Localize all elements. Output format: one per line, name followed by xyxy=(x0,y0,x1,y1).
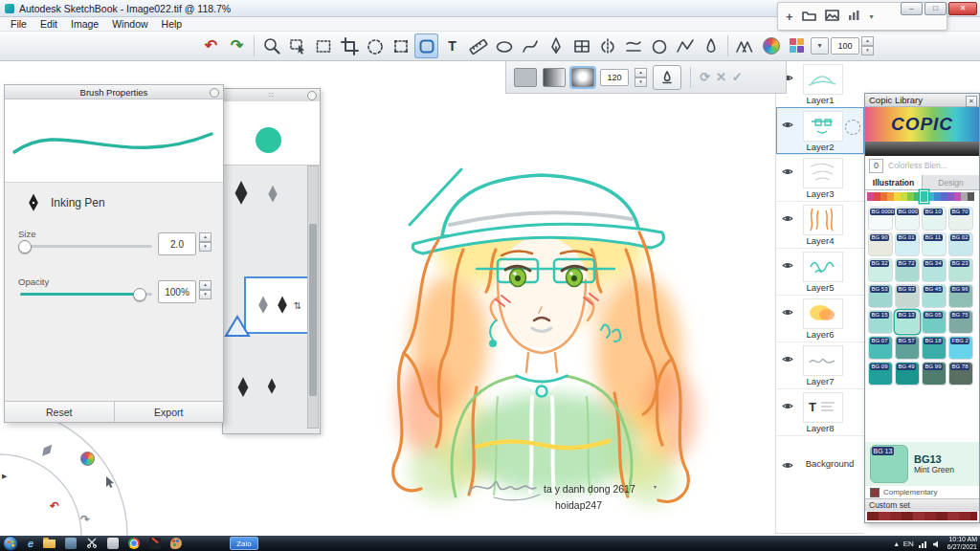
color-family-cell[interactable] xyxy=(954,192,961,201)
brush-properties-header[interactable]: Brush Properties xyxy=(5,85,223,99)
layer-stats-icon[interactable] xyxy=(848,8,861,25)
taskbar-app-icon[interactable] xyxy=(65,538,77,549)
taskbar-explorer-icon[interactable] xyxy=(43,540,56,548)
visibility-eye-icon[interactable] xyxy=(782,209,793,227)
color-family-cell[interactable] xyxy=(934,192,941,201)
image-layer-icon[interactable] xyxy=(825,8,839,25)
color-family-cell[interactable] xyxy=(921,191,927,202)
marquee-tool-icon[interactable] xyxy=(311,33,335,58)
color-family-cell[interactable] xyxy=(961,192,968,201)
color-family-cell[interactable] xyxy=(941,192,947,201)
maximize-button[interactable]: □ xyxy=(924,2,947,15)
copic-swatch-bg07[interactable]: BG 07 xyxy=(868,336,893,360)
copic-swatch-bg02[interactable]: BG 02 xyxy=(948,232,973,256)
taskbar-snipping-icon[interactable] xyxy=(86,535,98,551)
corner-marking-menu[interactable]: ↶ ↷ ▶ xyxy=(0,417,163,536)
size-value[interactable]: 2.0 xyxy=(158,232,196,255)
ellipse-guide-icon[interactable] xyxy=(492,33,516,58)
copic-swatch-bg32[interactable]: BG 32 xyxy=(868,258,893,282)
steady-stroke-icon[interactable] xyxy=(621,33,645,58)
polyline-icon[interactable] xyxy=(673,33,697,58)
palette-scrollbar[interactable] xyxy=(307,165,319,429)
layer-row-7[interactable]: Layer7 xyxy=(776,342,864,389)
corner-brush-icon[interactable] xyxy=(40,442,54,463)
corner-cursor-icon[interactable] xyxy=(105,474,116,492)
toolbar-dropdown[interactable]: ▾ xyxy=(811,37,829,55)
copic-swatch-bg000[interactable]: BG 000 xyxy=(895,207,920,231)
selected-color-swatch[interactable]: BG 13 xyxy=(870,445,908,483)
layer-row-5[interactable]: Layer5 xyxy=(776,248,864,296)
menu-file[interactable]: File xyxy=(4,18,33,30)
color-family-cell[interactable] xyxy=(927,192,934,201)
transform-tool-icon[interactable] xyxy=(389,33,412,58)
copic-swatch-bg18[interactable]: BG 18 xyxy=(922,336,947,360)
brush-preset[interactable] xyxy=(231,180,252,210)
flood-fill-button[interactable]: ▾ xyxy=(653,65,681,90)
copic-swatch-bg75[interactable]: BG 75 xyxy=(948,310,973,334)
palette-menu-icon[interactable] xyxy=(307,91,317,100)
copic-title-bar[interactable]: Copic Library ✕ xyxy=(865,94,979,107)
selection-tool-icon[interactable] xyxy=(285,33,309,58)
copic-swatch-bg72[interactable]: BG 72 xyxy=(895,258,920,282)
corner-color-wheel-icon[interactable] xyxy=(80,452,95,466)
brush-preset[interactable] xyxy=(265,185,280,208)
layer-row-2[interactable]: Layer2 xyxy=(776,107,864,155)
copic-swatch-bg13[interactable]: BG 13 xyxy=(895,310,920,334)
add-layer-icon[interactable]: + xyxy=(786,10,793,24)
color-family-cell[interactable] xyxy=(887,192,894,201)
taskbar-ie-icon[interactable]: e xyxy=(28,538,33,549)
folder-icon[interactable] xyxy=(802,8,816,25)
color-family-cell[interactable] xyxy=(901,192,907,201)
corner-tab-icon[interactable]: ▶ xyxy=(2,473,7,480)
menu-help[interactable]: Help xyxy=(155,18,189,30)
linear-gradient-button[interactable] xyxy=(543,68,566,87)
text-tool-icon[interactable]: T xyxy=(440,33,464,58)
reset-button[interactable]: Reset xyxy=(5,402,114,422)
copic-swatch-bg57[interactable]: BG 57 xyxy=(895,336,920,360)
spin-up-icon[interactable]: ▲ xyxy=(199,232,212,242)
layer-row-1[interactable]: Layer1 xyxy=(776,60,864,108)
copic-swatch-bg45[interactable]: BG 45 xyxy=(922,284,947,308)
brush-palette-header[interactable]: ∷ xyxy=(223,89,320,102)
crop-tool-icon[interactable] xyxy=(337,33,361,58)
visibility-eye-icon[interactable] xyxy=(782,163,793,180)
size-slider-knob[interactable] xyxy=(18,240,32,253)
panel-menu-icon[interactable] xyxy=(210,88,219,98)
copic-swatch-fbg2[interactable]: FBG 2 xyxy=(948,336,973,360)
corner-redo-icon[interactable]: ↷ xyxy=(80,513,90,526)
copic-swatch-bg93[interactable]: BG 93 xyxy=(895,284,920,308)
color-family-cell[interactable] xyxy=(907,192,914,201)
spin-up-icon[interactable]: ▲ xyxy=(861,36,874,46)
perspective-grid-icon[interactable] xyxy=(569,33,593,58)
taskbar-zalo-button[interactable]: Zalo xyxy=(230,537,258,550)
language-indicator[interactable]: EN xyxy=(903,540,914,548)
copic-close-icon[interactable]: ✕ xyxy=(966,96,977,107)
opacity-slider-knob[interactable] xyxy=(133,288,146,301)
color-family-cell[interactable] xyxy=(894,192,901,201)
copic-swatch-bg11[interactable]: BG 11 xyxy=(922,232,947,256)
accept-icon[interactable]: ✓ xyxy=(732,70,743,84)
tab-illustration[interactable]: Illustration xyxy=(865,175,923,189)
color-family-cell[interactable] xyxy=(914,192,921,201)
export-button[interactable]: Export xyxy=(114,402,224,422)
brush-preset[interactable] xyxy=(265,376,278,401)
copic-swatch-bg78[interactable]: BG 78 xyxy=(948,362,973,386)
copic-swatch-bg15[interactable]: BG 15 xyxy=(868,310,893,334)
pen-brush-icon[interactable] xyxy=(544,33,568,58)
visibility-eye-icon[interactable] xyxy=(782,303,793,320)
brush-preset[interactable] xyxy=(234,376,252,403)
size-spinner[interactable]: ▲▼ xyxy=(199,232,212,252)
corner-undo-icon[interactable]: ↶ xyxy=(50,499,59,513)
opacity-spinner[interactable]: ▲▼ xyxy=(199,280,212,299)
current-marker-code[interactable]: 0 xyxy=(869,159,883,173)
visibility-eye-icon[interactable] xyxy=(782,256,793,274)
color-wheel-icon[interactable] xyxy=(759,33,783,58)
tolerance-field[interactable]: 120 xyxy=(600,69,629,86)
triangle-brush-preset[interactable] xyxy=(224,314,251,342)
spin-down-icon[interactable]: ▼ xyxy=(199,290,212,299)
spin-down-icon[interactable]: ▼ xyxy=(199,242,212,252)
visibility-eye-icon[interactable] xyxy=(782,350,793,367)
complementary-row[interactable]: Complementary xyxy=(865,486,979,498)
taskbar-app-icon[interactable] xyxy=(107,538,119,549)
taskbar-paint-icon[interactable] xyxy=(170,538,182,549)
